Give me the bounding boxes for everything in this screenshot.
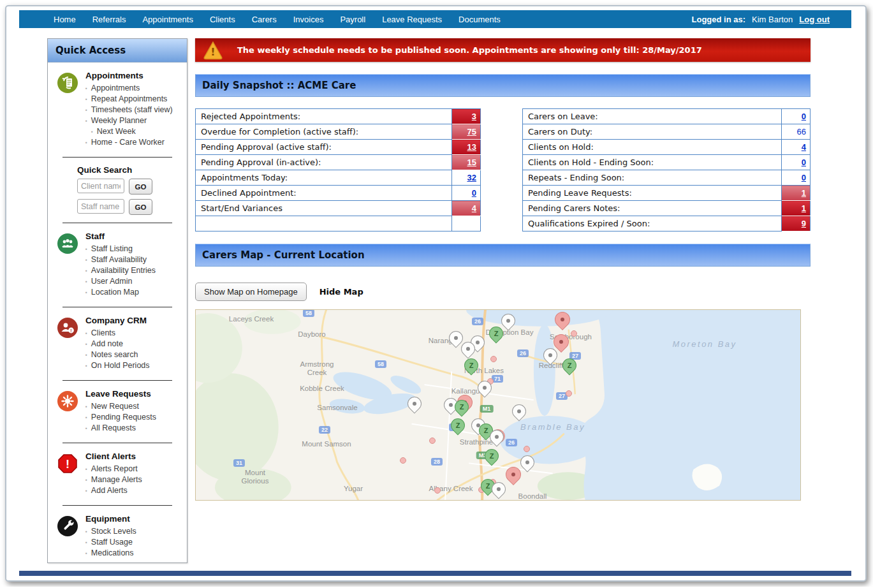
sidebar-item-label: Add Alerts — [91, 485, 128, 496]
staff-search-go-button[interactable]: GO — [129, 199, 152, 215]
sidebar-item-stock-levels[interactable]: ▪Stock Levels — [85, 526, 136, 537]
pin-dot — [559, 340, 563, 344]
sidebar-item-next-week[interactable]: ▪Next Week — [85, 126, 173, 137]
sidebar-item-home-care-worker[interactable]: ▪Home - Care Worker — [85, 137, 173, 148]
sidebar-body: Appointments▪Appointments▪Repeat Appoint… — [48, 62, 187, 563]
pin-glyph — [521, 456, 534, 469]
pin-dot — [497, 487, 501, 491]
sidebar-item-timesheets-staff-view[interactable]: ▪Timesheets (staff view) — [85, 105, 173, 115]
sidebar-item-all-requests[interactable]: ▪All Requests — [85, 423, 156, 434]
sidebar-item-label: Next Week — [97, 126, 136, 137]
nav-item-invoices[interactable]: Invoices — [293, 15, 324, 24]
sidebar-section-title-company-crm: Company CRM — [85, 316, 150, 325]
hide-map-link[interactable]: Hide Map — [319, 287, 363, 297]
bullet-icon: ▪ — [85, 339, 87, 349]
schedule-warning-banner: ! The weekly schedule needs to be publis… — [195, 38, 811, 62]
sidebar-item-staff-listing[interactable]: ▪Staff Listing — [85, 244, 156, 254]
nav-item-carers[interactable]: Carers — [252, 15, 277, 24]
stat-value-appointments-today[interactable]: 32 — [467, 173, 476, 182]
sidebar-item-availability-entries[interactable]: ▪Availability Entries — [85, 265, 156, 276]
bullet-icon: ▪ — [85, 474, 87, 485]
sidebar-item-manage-alerts[interactable]: ▪Manage Alerts — [85, 474, 142, 485]
nav-item-documents[interactable]: Documents — [459, 15, 501, 24]
nav-item-clients[interactable]: Clients — [210, 15, 235, 24]
pin-glyph — [506, 467, 520, 481]
stat-value-overdue-for-completion-active-staff[interactable]: 75 — [467, 127, 476, 136]
sidebar-item-alerts-report[interactable]: ▪Alerts Report — [85, 464, 142, 474]
sidebar-item-staff-availability[interactable]: ▪Staff Availability — [85, 254, 156, 265]
stat-value-clients-on-hold-ending-soon[interactable]: 0 — [802, 158, 806, 167]
svg-text:!: ! — [210, 46, 215, 58]
sidebar-item-repeat-appointments[interactable]: ▪Repeat Appointments — [85, 94, 173, 105]
carers-map[interactable]: Laceys CreekDayboroArmstrong CreekKobble… — [195, 309, 801, 501]
stat-value-repeats-ending-soon[interactable]: 0 — [802, 173, 806, 182]
sidebar-item-label: Appointments — [91, 83, 140, 94]
nav-user-area: Logged in as: Kim Barton Log out — [692, 15, 851, 24]
sidebar-item-clients[interactable]: ▪Clients — [85, 328, 150, 339]
table-row: Repeats - Ending Soon:0 — [523, 170, 811, 186]
stat-value-clients-on-hold[interactable]: 4 — [802, 142, 806, 152]
sidebar-item-label: Availability Entries — [91, 265, 156, 276]
bullet-icon: ▪ — [85, 423, 87, 434]
stat-value-start-end-variances[interactable]: 4 — [472, 203, 476, 213]
sidebar-item-notes-search[interactable]: ▪Notes search — [85, 349, 150, 360]
sidebar-item-weekly-planner[interactable]: ▪Weekly Planner — [85, 115, 173, 126]
pin-glyph: Z — [490, 327, 503, 340]
sidebar-item-user-admin[interactable]: ▪User Admin — [85, 276, 156, 287]
nav-item-home[interactable]: Home — [54, 15, 76, 24]
nav-item-leave-requests[interactable]: Leave Requests — [382, 15, 442, 24]
user-name: Kim Barton — [752, 15, 793, 24]
quick-search: Quick SearchGOGO — [48, 158, 187, 215]
client-search-input[interactable] — [77, 179, 124, 193]
logout-link[interactable]: Log out — [799, 15, 830, 24]
sidebar-item-new-request[interactable]: ▪New Request — [85, 401, 156, 412]
bullet-icon: ▪ — [85, 83, 87, 94]
stat-label: Pending Leave Requests: — [523, 186, 782, 201]
sidebar-item-add-alerts[interactable]: ▪Add Alerts — [85, 485, 142, 496]
stat-value-cell: 0 — [782, 170, 811, 186]
carers-map-header: Carers Map - Current Location — [195, 244, 811, 267]
sidebar-item-on-hold-periods[interactable]: ▪On Hold Periods — [85, 360, 150, 371]
top-nav: HomeReferralsAppointmentsClientsCarersIn… — [19, 10, 851, 28]
bullet-icon: ▪ — [85, 360, 87, 371]
nav-item-payroll[interactable]: Payroll — [340, 15, 365, 24]
pin-dot — [454, 336, 458, 340]
sidebar-item-pending-requests[interactable]: ▪Pending Requests — [85, 412, 156, 423]
nav-item-appointments[interactable]: Appointments — [142, 15, 193, 24]
stat-label: Clients on Hold - Ending Soon: — [523, 155, 782, 170]
sidebar-item-add-note[interactable]: ▪Add note — [85, 339, 150, 349]
stat-value-pending-carers-notes[interactable]: 1 — [802, 203, 806, 213]
sidebar-item-label: Notes search — [91, 349, 138, 360]
stat-value-carers-on-leave[interactable]: 0 — [802, 112, 806, 121]
sidebar-item-appointments[interactable]: ▪Appointments — [85, 83, 173, 94]
sidebar-section-body: Staff▪Staff Listing▪Staff Availability▪A… — [85, 232, 156, 298]
show-map-on-homepage-button[interactable]: Show Map on Homepage — [195, 283, 307, 301]
stat-value-declined-appointment[interactable]: 0 — [472, 188, 476, 198]
sidebar-section-staff: Staff▪Staff Listing▪Staff Availability▪A… — [48, 223, 187, 299]
nav-item-referrals[interactable]: Referrals — [92, 15, 126, 24]
pin-glyph — [478, 381, 491, 394]
sidebar-item-staff-usage[interactable]: ▪Staff Usage — [85, 537, 136, 548]
stat-label: Overdue for Completion (active staff): — [196, 124, 452, 140]
sidebar-section-title-appointments: Appointments — [85, 71, 173, 80]
client-search-go-button[interactable]: GO — [129, 179, 152, 195]
stat-value-cell: 66 — [782, 124, 811, 140]
stat-value-cell: 75 — [452, 124, 481, 140]
stat-value-rejected-appointments[interactable]: 3 — [472, 112, 476, 121]
staff-search-input[interactable] — [77, 199, 124, 214]
sidebar-item-medications[interactable]: ▪Medications — [85, 548, 136, 559]
pin-dot — [495, 435, 499, 439]
quick-search-title: Quick Search — [77, 165, 187, 175]
stat-value-cell: 0 — [782, 109, 811, 124]
stat-label: Start/End Variances — [196, 201, 452, 216]
pin-glyph — [544, 349, 557, 362]
stat-value-pending-approval-active-staff[interactable]: 13 — [467, 142, 476, 152]
stat-value-qualifications-expired-soon[interactable]: 9 — [802, 219, 806, 228]
pin-dot — [449, 403, 453, 407]
sidebar-item-label: Alerts Report — [91, 464, 138, 474]
stat-value-pending-leave-requests[interactable]: 1 — [802, 188, 806, 198]
stat-value-pending-approval-in-active[interactable]: 15 — [467, 158, 476, 167]
sidebar-item-location-map[interactable]: ▪Location Map — [85, 287, 156, 298]
appointments-icon — [57, 72, 78, 94]
sidebar-item-label: Stock Levels — [91, 526, 136, 537]
